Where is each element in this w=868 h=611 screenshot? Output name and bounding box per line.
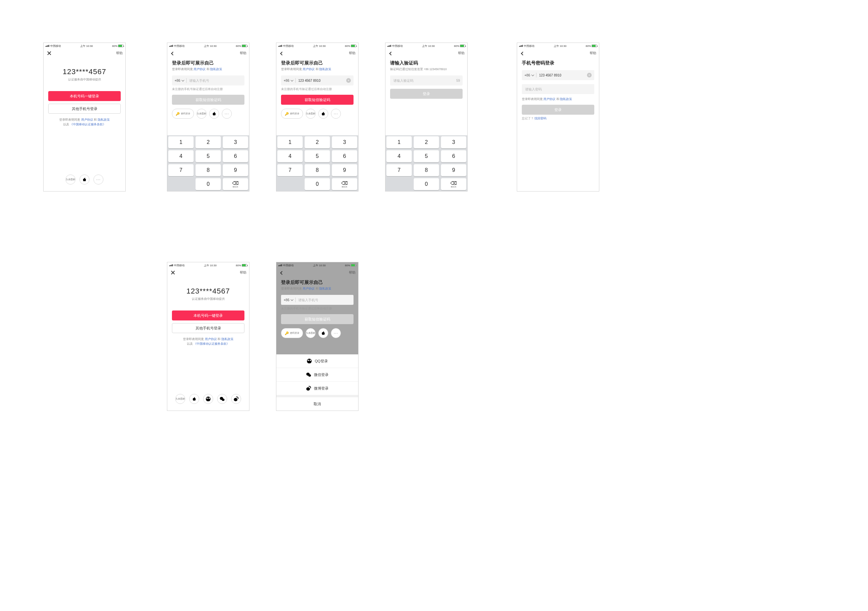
help-link[interactable]: 帮助 (240, 51, 246, 56)
keypad-5[interactable]: 5 (305, 150, 330, 162)
phone-input-field[interactable]: +86 × (522, 70, 594, 80)
help-link[interactable]: 帮助 (349, 270, 355, 275)
one-tap-login-button[interactable]: 本机号码一键登录 (172, 311, 245, 320)
privacy-policy-link[interactable]: 隐私政策 (98, 118, 110, 121)
sheet-cancel-button[interactable]: 取消 (276, 397, 358, 411)
clear-input-button[interactable]: × (587, 73, 592, 77)
keypad-2[interactable]: 2 (305, 136, 330, 148)
back-button[interactable] (279, 50, 285, 56)
keypad-8[interactable]: 8 (195, 164, 221, 176)
keypad-0[interactable]: 0 (195, 178, 221, 190)
weibo-login-button[interactable] (231, 394, 241, 404)
phone-input[interactable] (189, 79, 242, 83)
keypad-7[interactable]: 7 (386, 164, 412, 176)
privacy-policy-link[interactable]: 隐私政策 (560, 97, 572, 101)
password-login-button[interactable]: 🔑 密码登录 (172, 109, 194, 119)
toutiao-login-button[interactable]: 头条图标 (305, 328, 316, 338)
user-agreement-link[interactable]: 用户协议 (194, 68, 206, 71)
weibo-login-item[interactable]: 微博登录 (276, 382, 358, 395)
more-login-button[interactable] (331, 328, 341, 338)
back-button[interactable] (520, 50, 526, 56)
keypad-6[interactable]: 6 (332, 150, 357, 162)
password-input-field[interactable] (522, 84, 594, 94)
user-agreement-link[interactable]: 用户协议 (543, 97, 555, 101)
more-login-button[interactable] (331, 109, 341, 119)
toutiao-login-button[interactable]: 头条图标 (175, 394, 185, 404)
keypad-backspace[interactable]: ⌫ BACK (332, 178, 357, 190)
keypad-8[interactable]: 8 (414, 164, 439, 176)
user-agreement-link[interactable]: 用户协议 (81, 118, 93, 121)
apple-login-button[interactable] (318, 109, 328, 119)
privacy-policy-link[interactable]: 隐私政策 (222, 337, 234, 341)
one-tap-login-button[interactable]: 本机号码一键登录 (48, 91, 121, 101)
country-code-picker[interactable]: +86 (175, 79, 184, 82)
keypad-1[interactable]: 1 (277, 136, 303, 148)
phone-input-field[interactable]: +86 (172, 76, 245, 85)
close-button[interactable] (170, 269, 176, 275)
keypad-9[interactable]: 9 (441, 164, 466, 176)
toutiao-login-button[interactable]: 头条图标 (305, 109, 316, 119)
country-code-picker[interactable]: +86 (284, 79, 293, 82)
keypad-0[interactable]: 0 (414, 178, 439, 190)
keypad-5[interactable]: 5 (195, 150, 221, 162)
apple-login-button[interactable] (318, 328, 328, 338)
keypad-backspace[interactable]: ⌫ BACK (441, 178, 466, 190)
code-input[interactable] (393, 79, 454, 83)
forgot-password-link[interactable]: 找回密码 (535, 117, 546, 120)
phone-input[interactable] (298, 79, 344, 83)
back-button[interactable] (170, 50, 176, 56)
password-login-button[interactable]: 🔑 密码登录 (281, 328, 303, 338)
help-link[interactable]: 帮助 (590, 51, 596, 56)
keypad-9[interactable]: 9 (332, 164, 357, 176)
phone-input[interactable] (538, 73, 585, 77)
keypad-4[interactable]: 4 (168, 150, 194, 162)
wechat-login-item[interactable]: 微信登录 (276, 368, 358, 382)
keypad-backspace[interactable]: ⌫ BACK (223, 178, 248, 190)
phone-input-field[interactable]: +86 × (281, 76, 353, 85)
keypad-5[interactable]: 5 (414, 150, 439, 162)
help-link[interactable]: 帮助 (116, 51, 123, 56)
password-input[interactable] (524, 87, 592, 91)
apple-login-button[interactable] (189, 394, 199, 404)
clear-input-button[interactable]: × (346, 78, 351, 83)
qq-login-button[interactable] (203, 394, 213, 404)
keypad-4[interactable]: 4 (277, 150, 303, 162)
keypad-3[interactable]: 3 (441, 136, 466, 148)
phone-input[interactable] (298, 298, 351, 302)
keypad-4[interactable]: 4 (386, 150, 412, 162)
country-code-picker[interactable]: +86 (524, 73, 534, 77)
wechat-login-button[interactable] (217, 394, 227, 404)
keypad-1[interactable]: 1 (168, 136, 194, 148)
close-button[interactable] (46, 50, 52, 56)
apple-login-button[interactable] (79, 175, 90, 184)
toutiao-login-button[interactable]: 头条图标 (65, 175, 76, 184)
qq-login-item[interactable]: QQ登录 (276, 354, 358, 368)
help-link[interactable]: 帮助 (240, 270, 246, 275)
privacy-policy-link[interactable]: 隐私政策 (319, 287, 331, 290)
phone-input-field[interactable]: +86 (281, 295, 353, 305)
cmcc-terms-link[interactable]: 《中国移动认证服务条款》 (194, 342, 229, 345)
user-agreement-link[interactable]: 用户协议 (303, 287, 315, 290)
password-login-button[interactable]: 🔑 密码登录 (281, 109, 303, 119)
other-phone-login-button[interactable]: 其他手机号登录 (48, 104, 121, 114)
privacy-policy-link[interactable]: 隐私政策 (210, 68, 222, 71)
user-agreement-link[interactable]: 用户协议 (205, 337, 217, 341)
back-button[interactable] (388, 50, 394, 56)
apple-login-button[interactable] (209, 109, 219, 119)
keypad-2[interactable]: 2 (414, 136, 439, 148)
keypad-1[interactable]: 1 (386, 136, 412, 148)
more-login-button[interactable] (222, 109, 232, 119)
keypad-7[interactable]: 7 (277, 164, 303, 176)
get-sms-code-button[interactable]: 获取短信验证码 (281, 95, 353, 105)
user-agreement-link[interactable]: 用户协议 (303, 68, 315, 71)
country-code-picker[interactable]: +86 (284, 298, 293, 302)
keypad-9[interactable]: 9 (223, 164, 248, 176)
keypad-6[interactable]: 6 (441, 150, 466, 162)
cmcc-terms-link[interactable]: 《中国移动认证服务条款》 (70, 123, 106, 126)
other-phone-login-button[interactable]: 其他手机号登录 (172, 323, 245, 333)
toutiao-login-button[interactable]: 头条图标 (197, 109, 206, 119)
keypad-0[interactable]: 0 (305, 178, 330, 190)
keypad-6[interactable]: 6 (223, 150, 248, 162)
code-input-field[interactable]: 59 (390, 76, 463, 85)
privacy-policy-link[interactable]: 隐私政策 (319, 68, 331, 71)
